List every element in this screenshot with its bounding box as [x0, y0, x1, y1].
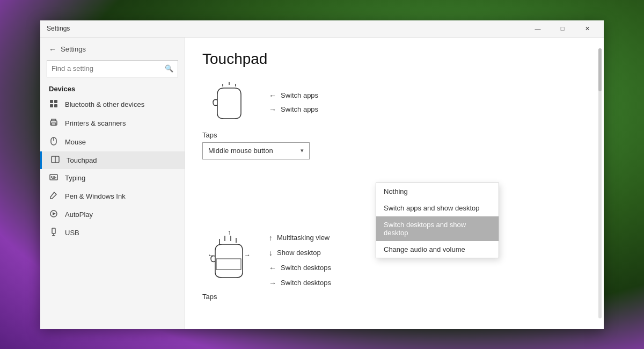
taps-label-2: Taps — [202, 293, 587, 301]
svg-rect-3 — [54, 104, 57, 107]
sidebar-title: Settings — [61, 45, 86, 53]
search-box: 🔍 — [47, 60, 178, 77]
switch-desktops-right-label: Switch desktops — [281, 279, 331, 287]
pen-icon — [49, 191, 58, 201]
dropdown-arrow-icon: ▾ — [301, 147, 304, 154]
sidebar-label-typing: Typing — [65, 174, 85, 182]
switch-left-icon: ← — [269, 264, 276, 272]
search-input[interactable] — [52, 64, 165, 72]
left-arrow-icon: ← — [269, 91, 276, 100]
scrollbar[interactable] — [598, 48, 602, 318]
three-finger-illustration — [202, 78, 256, 127]
svg-rect-17 — [52, 228, 55, 234]
switch-apps-left-label: Switch apps — [281, 91, 318, 99]
printers-icon — [49, 118, 58, 128]
gesture-action-switch-right: → Switch apps — [269, 105, 318, 114]
sidebar-item-usb[interactable]: USB — [40, 223, 185, 242]
switch-right-icon: → — [269, 279, 276, 287]
sidebar-item-printers[interactable]: Printers & scanners — [40, 114, 185, 133]
sidebar-label-bluetooth: Bluetooth & other devices — [65, 100, 144, 108]
search-icon: 🔍 — [165, 64, 173, 72]
sidebar-item-touchpad[interactable]: Touchpad — [40, 151, 185, 169]
sidebar: ← Settings 🔍 Devices Bluetooth & other d… — [40, 38, 185, 329]
dropdown-item-audio-volume[interactable]: Change audio and volume — [376, 241, 499, 258]
switch-desktops-left-label: Switch desktops — [281, 264, 331, 272]
down-arrow-icon: ↓ — [269, 249, 273, 257]
svg-rect-5 — [52, 123, 56, 125]
bluetooth-icon — [49, 99, 58, 110]
right-arrow-icon: → — [269, 105, 276, 114]
gesture-actions-1: ← Switch apps → Switch apps — [269, 91, 318, 114]
svg-text:→: → — [244, 251, 251, 259]
mouse-icon — [49, 137, 58, 147]
taps-label-1: Taps — [202, 131, 587, 139]
three-finger-section: ← Switch apps → Switch apps Taps Middle … — [202, 78, 587, 159]
show-desktop-label: Show desktop — [277, 249, 321, 257]
sidebar-item-typing[interactable]: Typing — [40, 169, 185, 187]
sidebar-label-mouse: Mouse — [65, 138, 86, 146]
sidebar-item-pen[interactable]: Pen & Windows Ink — [40, 187, 185, 206]
back-arrow-icon: ← — [49, 45, 56, 54]
content-area: ← Settings 🔍 Devices Bluetooth & other d… — [40, 38, 604, 329]
touchpad-icon — [50, 156, 60, 165]
sidebar-item-autoplay[interactable]: AutoPlay — [40, 206, 185, 223]
dropdown-container: Middle mouse button ▾ — [202, 142, 587, 159]
gesture-action-switch-desktops-right: → Switch desktops — [269, 279, 331, 287]
svg-rect-1 — [54, 100, 57, 103]
autoplay-icon — [49, 210, 58, 219]
gesture-action-show-desktop: ↓ Show desktop — [269, 249, 331, 257]
svg-rect-2 — [50, 104, 53, 107]
sidebar-label-pen: Pen & Windows Ink — [65, 192, 126, 200]
svg-rect-30 — [216, 259, 241, 270]
dropdown-value: Middle mouse button — [208, 147, 273, 155]
title-bar-title: Settings — [47, 25, 70, 32]
up-arrow-icon: ↑ — [269, 234, 273, 242]
back-button[interactable]: ← Settings — [40, 42, 185, 57]
dropdown-item-switch-show[interactable]: Switch apps and show desktop — [376, 200, 499, 216]
gesture-row-1: ← Switch apps → Switch apps — [202, 78, 587, 127]
sidebar-item-bluetooth[interactable]: Bluetooth & other devices — [40, 95, 185, 114]
dropdown-item-nothing[interactable]: Nothing — [376, 183, 499, 200]
dropdown-menu: Nothing Switch apps and show desktop Swi… — [376, 183, 499, 258]
sidebar-label-autoplay: AutoPlay — [65, 210, 93, 219]
title-bar: Settings — □ ✕ — [40, 20, 604, 38]
page-title: Touchpad — [202, 50, 587, 68]
close-button[interactable]: ✕ — [575, 20, 599, 37]
dropdown-item-switch-desktops[interactable]: Switch desktops and show desktop — [376, 216, 499, 241]
switch-apps-right-label: Switch apps — [281, 105, 318, 113]
gesture-action-switch-left: ← Switch apps — [269, 91, 318, 100]
gesture-action-multitasking: ↑ Multitasking view — [269, 234, 331, 242]
sidebar-label-usb: USB — [65, 229, 79, 237]
typing-icon — [49, 173, 58, 183]
main-content: Touchpad — [185, 38, 604, 329]
gesture-actions-2: ↑ Multitasking view ↓ Show desktop ← Swi… — [269, 234, 331, 287]
usb-icon — [49, 228, 58, 238]
gesture-action-switch-desktops-left: ← Switch desktops — [269, 264, 331, 272]
svg-rect-10 — [50, 174, 57, 180]
sidebar-label-touchpad: Touchpad — [67, 156, 97, 164]
sidebar-item-mouse[interactable]: Mouse — [40, 133, 185, 151]
maximize-button[interactable]: □ — [550, 20, 575, 37]
four-finger-illustration: ↑ ← → — [202, 229, 256, 288]
svg-text:↑: ↑ — [228, 229, 231, 236]
minimize-button[interactable]: — — [525, 20, 550, 37]
sidebar-section-label: Devices — [40, 81, 185, 95]
title-bar-controls: — □ ✕ — [525, 20, 599, 37]
scrollbar-thumb[interactable] — [598, 48, 602, 91]
svg-rect-0 — [50, 100, 53, 103]
taps-dropdown[interactable]: Middle mouse button ▾ — [202, 142, 310, 159]
multitasking-label: Multitasking view — [277, 234, 330, 242]
settings-window: Settings — □ ✕ ← Settings 🔍 Devices B — [40, 20, 604, 329]
sidebar-label-printers: Printers & scanners — [65, 119, 126, 127]
title-bar-left: Settings — [47, 25, 70, 32]
